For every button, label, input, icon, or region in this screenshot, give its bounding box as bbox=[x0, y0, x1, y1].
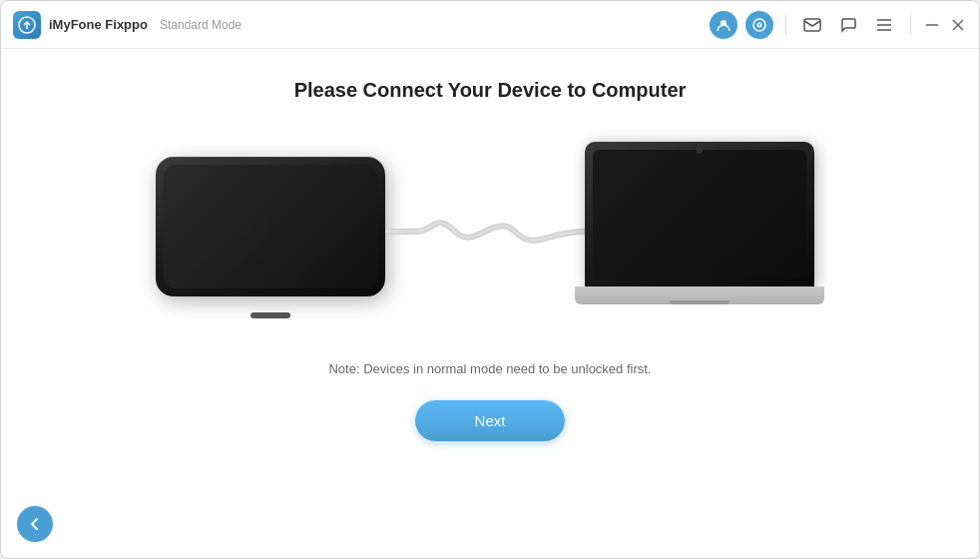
titlebar: iMyFone Fixppo Standard Mode bbox=[1, 1, 979, 49]
main-content: Please Connect Your Device to Computer bbox=[1, 49, 979, 558]
chat-icon-btn[interactable] bbox=[834, 11, 862, 39]
divider bbox=[785, 15, 786, 35]
cable bbox=[385, 182, 585, 281]
titlebar-right bbox=[710, 11, 967, 39]
device-illustration bbox=[141, 142, 839, 321]
app-name: iMyFone Fixppo bbox=[49, 17, 148, 32]
back-button[interactable] bbox=[17, 506, 53, 542]
laptop-screen bbox=[593, 150, 806, 279]
laptop-webcam bbox=[697, 148, 703, 154]
close-btn[interactable] bbox=[949, 16, 967, 34]
divider2 bbox=[910, 15, 911, 35]
svg-point-5 bbox=[758, 24, 760, 26]
mode-label: Standard Mode bbox=[160, 18, 242, 32]
app-window: iMyFone Fixppo Standard Mode bbox=[0, 0, 980, 559]
laptop-device bbox=[585, 142, 824, 321]
svg-rect-6 bbox=[804, 19, 820, 31]
music-icon-btn[interactable] bbox=[745, 11, 773, 39]
mail-icon-btn[interactable] bbox=[798, 11, 826, 39]
laptop-screen-part bbox=[585, 142, 814, 286]
next-button[interactable]: Next bbox=[415, 400, 566, 441]
titlebar-left: iMyFone Fixppo Standard Mode bbox=[13, 11, 710, 39]
minimize-btn[interactable] bbox=[923, 16, 941, 34]
note-text: Note: Devices in normal mode need to be … bbox=[328, 361, 651, 376]
menu-icon-btn[interactable] bbox=[870, 11, 898, 39]
phone-screen bbox=[164, 165, 377, 288]
user-icon-btn[interactable] bbox=[710, 11, 737, 39]
phone-body bbox=[156, 157, 385, 296]
app-logo bbox=[13, 11, 41, 39]
phone-device bbox=[156, 157, 385, 306]
laptop-base bbox=[575, 286, 824, 304]
phone-camera bbox=[266, 169, 274, 177]
phone-connector bbox=[250, 312, 290, 318]
page-title: Please Connect Your Device to Computer bbox=[294, 79, 687, 102]
